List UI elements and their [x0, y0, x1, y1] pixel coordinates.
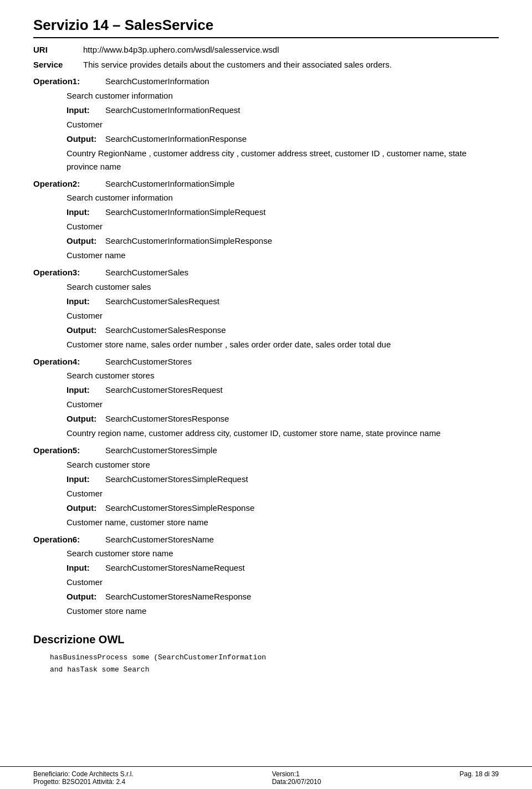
footer-left-line1: Beneficiario: Code Architects S.r.l. [33, 770, 134, 778]
op-output-value-6: SearchCustomerStoresNameResponse [105, 590, 499, 603]
op-input-sub-6: Customer [66, 576, 499, 589]
op-input-label-6: Input: [66, 561, 105, 575]
footer-center-line2: Data:20/07/2010 [272, 778, 321, 786]
op-input-value-2: SearchCustomerInformationSimpleRequest [105, 206, 499, 219]
op-name-4: SearchCustomerStores [105, 356, 499, 368]
op-input-row-4: Input: SearchCustomerStoresRequest [66, 383, 499, 397]
op-input-value-6: SearchCustomerStoresNameRequest [105, 561, 499, 575]
operation-block-1: Operation1: SearchCustomerInformation Se… [33, 75, 499, 173]
op-title-row-5: Operation5: SearchCustomerStoresSimple [33, 444, 499, 457]
op-indent-5: Search customer store Input: SearchCusto… [33, 458, 499, 529]
op-output-row-5: Output: SearchCustomerStoresSimpleRespon… [66, 501, 499, 515]
uri-row: URI http://www.b4p3p.uphero.com/wsdl/sal… [33, 44, 499, 57]
op-input-sub-5: Customer [66, 487, 499, 500]
op-output-label-6: Output: [66, 590, 105, 603]
op-indent-1: Search customer information Input: Searc… [33, 89, 499, 173]
op-title-row-1: Operation1: SearchCustomerInformation [33, 75, 499, 88]
op-output-detail-6: Customer store name [66, 604, 499, 618]
uri-value: http://www.b4p3p.uphero.com/wsdl/salesse… [83, 44, 499, 57]
owl-code: hasBusinessProcess some (SearchCustomerI… [33, 652, 499, 676]
op-input-value-1: SearchCustomerInformationRequest [105, 104, 499, 117]
owl-line1: hasBusinessProcess some (SearchCustomerI… [50, 652, 499, 664]
op-input-sub-3: Customer [66, 309, 499, 322]
op-output-detail-5: Customer name, customer store name [66, 516, 499, 529]
op-desc-6: Search customer store name [66, 547, 499, 560]
op-input-row-1: Input: SearchCustomerInformationRequest [66, 104, 499, 117]
op-desc-2: Search customer information [66, 191, 499, 204]
op-output-label-5: Output: [66, 501, 105, 515]
op-desc-1: Search customer information [66, 89, 499, 103]
op-title-row-6: Operation6: SearchCustomerStoresName [33, 534, 499, 546]
descrizione-title: Descrizione OWL [33, 633, 499, 646]
op-output-label-2: Output: [66, 234, 105, 248]
op-output-row-4: Output: SearchCustomerStoresResponse [66, 412, 499, 426]
footer: Beneficiario: Code Architects S.r.l. Pro… [0, 766, 532, 789]
op-output-row-3: Output: SearchCustomerSalesResponse [66, 324, 499, 337]
op-output-label-3: Output: [66, 324, 105, 337]
op-input-label-3: Input: [66, 295, 105, 308]
op-output-value-2: SearchCustomerInformationSimpleResponse [105, 234, 499, 248]
op-input-label-5: Input: [66, 473, 105, 486]
op-output-detail-2: Customer name [66, 249, 499, 262]
op-input-value-3: SearchCustomerSalesRequest [105, 295, 499, 308]
op-title-row-3: Operation3: SearchCustomerSales [33, 267, 499, 279]
op-indent-3: Search customer sales Input: SearchCusto… [33, 280, 499, 351]
op-output-row-6: Output: SearchCustomerStoresNameResponse [66, 590, 499, 603]
op-label-2: Operation2: [33, 178, 105, 191]
page-wrapper: Servizio 14 – SalesService URI http://ww… [0, 0, 532, 789]
op-output-detail-3: Customer store name, sales order number … [66, 338, 499, 351]
service-label: Service [33, 59, 83, 71]
op-input-sub-2: Customer [66, 220, 499, 233]
op-output-label-1: Output: [66, 132, 105, 146]
footer-left: Beneficiario: Code Architects S.r.l. Pro… [33, 770, 134, 786]
op-input-row-5: Input: SearchCustomerStoresSimpleRequest [66, 473, 499, 486]
op-label-5: Operation5: [33, 444, 105, 457]
service-value: This service provides details about the … [83, 59, 499, 71]
op-output-value-1: SearchCustomerInformationResponse [105, 132, 499, 146]
footer-right: Pag. 18 di 39 [459, 770, 499, 786]
operation-block-3: Operation3: SearchCustomerSales Search c… [33, 267, 499, 351]
op-input-label-1: Input: [66, 104, 105, 117]
op-name-3: SearchCustomerSales [105, 267, 499, 279]
footer-center: Version:1 Data:20/07/2010 [272, 770, 321, 786]
op-input-value-5: SearchCustomerStoresSimpleRequest [105, 473, 499, 486]
op-desc-5: Search customer store [66, 458, 499, 472]
op-input-row-2: Input: SearchCustomerInformationSimpleRe… [66, 206, 499, 219]
page-title: Servizio 14 – SalesService [33, 17, 499, 38]
op-label-4: Operation4: [33, 356, 105, 368]
op-indent-2: Search customer information Input: Searc… [33, 191, 499, 262]
op-desc-3: Search customer sales [66, 280, 499, 294]
operations-container: Operation1: SearchCustomerInformation Se… [33, 75, 499, 618]
op-input-label-2: Input: [66, 206, 105, 219]
op-input-row-6: Input: SearchCustomerStoresNameRequest [66, 561, 499, 575]
op-desc-4: Search customer stores [66, 369, 499, 382]
op-name-5: SearchCustomerStoresSimple [105, 444, 499, 457]
op-name-1: SearchCustomerInformation [105, 75, 499, 88]
uri-label: URI [33, 44, 83, 57]
op-name-6: SearchCustomerStoresName [105, 534, 499, 546]
op-label-3: Operation3: [33, 267, 105, 279]
op-indent-4: Search customer stores Input: SearchCust… [33, 369, 499, 440]
owl-line2: and hasTask some Search [50, 664, 499, 676]
op-input-sub-4: Customer [66, 398, 499, 411]
op-name-2: SearchCustomerInformationSimple [105, 178, 499, 191]
op-title-row-2: Operation2: SearchCustomerInformationSim… [33, 178, 499, 191]
op-input-row-3: Input: SearchCustomerSalesRequest [66, 295, 499, 308]
op-output-row-2: Output: SearchCustomerInformationSimpleR… [66, 234, 499, 248]
op-output-row-1: Output: SearchCustomerInformationRespons… [66, 132, 499, 146]
op-output-value-5: SearchCustomerStoresSimpleResponse [105, 501, 499, 515]
op-label-1: Operation1: [33, 75, 105, 88]
op-title-row-4: Operation4: SearchCustomerStores [33, 356, 499, 368]
op-output-detail-4: Country region name, customer address ci… [66, 427, 499, 440]
op-output-detail-1: Country RegionName , customer address ci… [66, 147, 499, 173]
footer-left-line2: Progetto: B2SO201 Attività: 2.4 [33, 778, 134, 786]
operation-block-4: Operation4: SearchCustomerStores Search … [33, 356, 499, 440]
footer-center-line1: Version:1 [272, 770, 321, 778]
uri-section: URI http://www.b4p3p.uphero.com/wsdl/sal… [33, 44, 499, 71]
op-input-sub-1: Customer [66, 118, 499, 131]
op-indent-6: Search customer store name Input: Search… [33, 547, 499, 618]
op-input-value-4: SearchCustomerStoresRequest [105, 383, 499, 397]
operation-block-2: Operation2: SearchCustomerInformationSim… [33, 178, 499, 263]
op-input-label-4: Input: [66, 383, 105, 397]
op-output-value-3: SearchCustomerSalesResponse [105, 324, 499, 337]
